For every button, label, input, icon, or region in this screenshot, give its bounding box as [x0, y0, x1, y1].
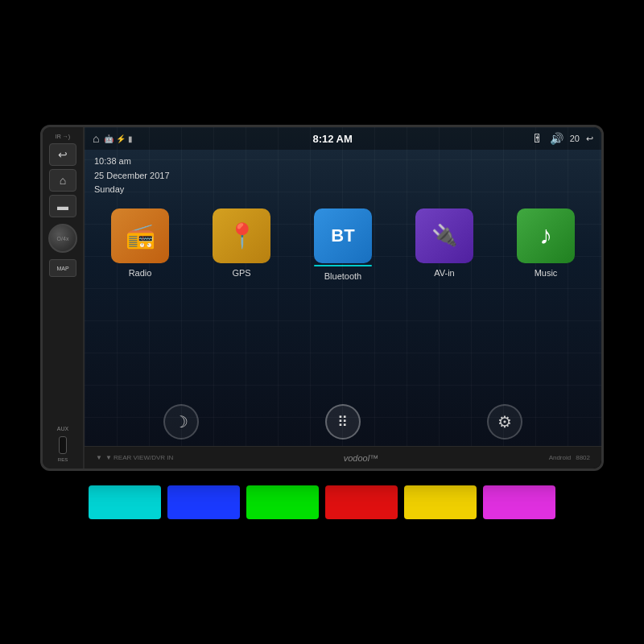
nav-settings-button[interactable]: ⚙: [487, 404, 522, 440]
app-item-avin[interactable]: 🔌 AV-in: [415, 208, 473, 281]
moon-icon: ☽: [174, 412, 188, 431]
knob-label: O/4x: [57, 236, 69, 242]
app-icon-bluetooth: BT: [314, 208, 372, 263]
swatch-cyan[interactable]: [89, 485, 161, 519]
app-icon-radio: 📻: [111, 208, 169, 263]
swatch-green[interactable]: [246, 485, 319, 519]
aux-port: [59, 436, 67, 454]
ir-label: IR →): [56, 134, 70, 140]
app-icon-avin: 🔌: [415, 208, 473, 263]
bluetooth-status-icon: ⚡: [116, 134, 126, 143]
back-icon[interactable]: ↩: [586, 134, 593, 144]
home-icon[interactable]: ⌂: [93, 132, 99, 145]
home-button[interactable]: ⌂: [49, 169, 76, 192]
app-label-avin: AV-in: [434, 268, 454, 278]
bottom-nav: ☽ ⠿ ⚙: [85, 396, 601, 446]
map-button[interactable]: MAP: [49, 259, 76, 277]
radio-glyph: 📻: [126, 221, 155, 250]
swatch-blue[interactable]: [167, 485, 240, 519]
app-item-gps[interactable]: 📍 GPS: [213, 208, 270, 281]
model-info: Android 8802: [549, 454, 590, 461]
android-icon: 🤖: [104, 134, 114, 143]
rear-view-text: ▼ REAR VIEW/DVR IN: [105, 454, 173, 461]
back-button[interactable]: ↩: [49, 143, 76, 166]
swatch-yellow[interactable]: [404, 485, 477, 519]
model-label: 8802: [576, 454, 590, 461]
nav-moon-button[interactable]: ☽: [163, 404, 199, 440]
app-icon-gps: 📍: [213, 208, 270, 263]
res-label: RES: [58, 457, 68, 462]
eq-icon: 🎚: [532, 132, 543, 145]
volume-icon: 🔊: [550, 132, 564, 145]
device-bottom-bar: ▼ ▼ REAR VIEW/DVR IN vodool™ Android 880…: [85, 446, 601, 469]
status-right: 🎚 🔊 20 ↩: [532, 132, 593, 145]
swatch-red[interactable]: [325, 485, 398, 519]
brand-label: vodool™: [344, 453, 378, 463]
volume-level: 20: [570, 134, 580, 143]
volume-knob[interactable]: O/4x: [48, 224, 77, 253]
bt-glyph: BT: [331, 225, 354, 246]
screen: ⌂ 🤖 ⚡ ▮ 8:12 AM 🎚 🔊 20 ↩: [85, 127, 601, 446]
app-item-radio[interactable]: 📻 Radio: [111, 208, 169, 281]
device-container: IR →) ↩ ⌂ ▬ O/4x MAP AUX RES ⌂ 🤖 ⚡ ▮: [40, 125, 604, 471]
datetime-section: 10:38 am 25 December 2017 Sunday: [85, 150, 601, 202]
current-day: Sunday: [94, 183, 592, 197]
app-item-music[interactable]: ♪ Music: [517, 208, 575, 281]
aux-label: AUX: [57, 426, 68, 431]
rear-view-label: ▼ ▼ REAR VIEW/DVR IN: [96, 454, 173, 461]
battery-icon: ▮: [128, 134, 133, 143]
avin-glyph: 🔌: [431, 223, 457, 248]
gps-glyph: 📍: [227, 221, 257, 250]
status-center: 8:12 AM: [312, 133, 352, 145]
status-bar: ⌂ 🤖 ⚡ ▮ 8:12 AM 🎚 🔊 20 ↩: [85, 127, 601, 150]
map-label: MAP: [56, 266, 68, 271]
grid-icon: ⠿: [337, 413, 348, 431]
app-grid: 📻 Radio 📍 GPS BT Bluet: [85, 202, 601, 284]
app-label-radio: Radio: [129, 268, 152, 278]
swatch-magenta[interactable]: [483, 485, 555, 519]
app-label-gps: GPS: [232, 268, 250, 278]
status-icons: 🤖 ⚡ ▮: [104, 134, 133, 143]
nav-grid-button[interactable]: ⠿: [325, 404, 361, 440]
current-time: 10:38 am: [94, 155, 592, 169]
app-label-bluetooth: Bluetooth: [324, 271, 361, 281]
music-glyph: ♪: [539, 221, 552, 250]
bt-active-indicator: [314, 265, 372, 266]
left-panel: IR →) ↩ ⌂ ▬ O/4x MAP AUX RES: [43, 127, 85, 469]
screen-wrapper: ⌂ 🤖 ⚡ ▮ 8:12 AM 🎚 🔊 20 ↩: [85, 127, 601, 469]
current-date: 25 December 2017: [94, 169, 592, 184]
app-icon-music: ♪: [517, 208, 575, 263]
menu-button[interactable]: ▬: [49, 195, 76, 217]
platform-label: Android: [549, 454, 572, 461]
rear-view-icon: ▼: [96, 454, 102, 461]
status-left: ⌂ 🤖 ⚡ ▮: [93, 132, 133, 145]
settings-icon: ⚙: [497, 412, 512, 431]
app-label-music: Music: [535, 268, 558, 278]
app-item-bluetooth[interactable]: BT Bluetooth: [314, 208, 372, 281]
color-swatches: [89, 485, 555, 519]
